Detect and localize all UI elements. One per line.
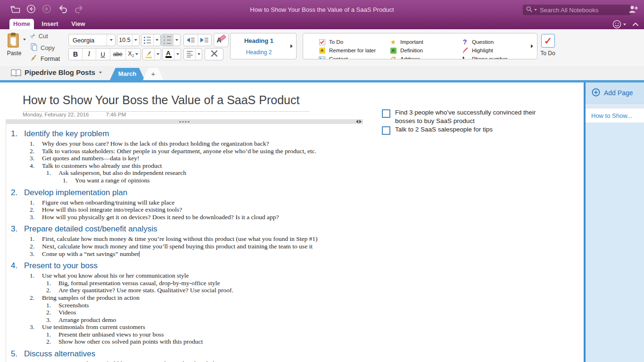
outline-item[interactable]: 1.Want your boss to feel like you’re giv… (46, 360, 363, 362)
outline-item-text: How will you physically get it on device… (42, 214, 279, 221)
page-canvas[interactable]: How to Show Your Boss the Value of a Saa… (0, 82, 584, 362)
outline-item-text: Talk to various stakeholders: Other peop… (42, 148, 316, 155)
outline-item[interactable]: 1.Why does your boss care? How is the la… (30, 140, 363, 148)
outline-item[interactable]: 3.Use testimonials from current customer… (30, 323, 363, 331)
highlight-caret-icon[interactable] (154, 49, 161, 60)
notebook-switcher[interactable]: Pipedrive Blog Posts (25, 68, 102, 76)
outline-item[interactable]: 1.Big, formal presentation versus casual… (46, 280, 363, 287)
remember-highlight-icon: A (319, 47, 325, 54)
outline-item[interactable]: 2.How will this tool integrate into/repl… (30, 206, 363, 214)
tab-insert[interactable]: Insert (38, 19, 62, 29)
paragraph-alignment-button[interactable] (183, 48, 202, 60)
todo-tag-button[interactable]: ✓ (541, 34, 555, 48)
alignment-caret-icon[interactable] (195, 49, 202, 60)
delete-button[interactable] (205, 48, 223, 60)
outline-item[interactable]: 3.How will you physically get it on devi… (30, 214, 363, 221)
tag-address[interactable]: Address (390, 56, 420, 59)
page-list-item-selected[interactable]: How to Show... (586, 108, 644, 123)
outline-item[interactable]: 2.Next, calculate how much money and tim… (30, 243, 363, 250)
outline-item[interactable]: 2.Are they quantitative? Use more stats.… (46, 287, 363, 294)
add-section-tab[interactable]: + (143, 68, 164, 80)
paste-button[interactable]: Paste (2, 50, 26, 57)
search-scope-caret-icon[interactable] (534, 9, 537, 11)
section-tab-march[interactable]: March (110, 68, 145, 80)
styles-expand-icon[interactable] (290, 44, 293, 48)
subscript-caret-icon[interactable] (135, 53, 138, 55)
bullets-button[interactable] (141, 34, 161, 46)
side-note-container[interactable]: Find 3 people who've successfully convin… (382, 108, 537, 135)
outline-item-number: 2. (46, 309, 58, 316)
tag-remember[interactable]: A Remember for later (319, 47, 376, 54)
outline-item[interactable]: 1.Screenshots (46, 302, 363, 309)
todo-checkbox[interactable] (382, 109, 390, 118)
outline-section-heading[interactable]: 2.Develop implementation plan (6, 188, 363, 197)
tag-contact[interactable]: Contact (319, 56, 348, 59)
font-size-caret-icon[interactable] (132, 34, 139, 46)
underline-button[interactable]: U (96, 49, 110, 60)
outline-item[interactable]: 2.Talk to various stakeholders: Other pe… (30, 148, 363, 155)
subscript-button[interactable]: X2 (125, 49, 140, 60)
font-name-select[interactable]: Georgia (68, 34, 116, 46)
font-color-caret-icon[interactable] (174, 49, 181, 60)
strikethrough-button[interactable]: abe (110, 49, 125, 60)
outline-item[interactable]: 1.First, calculate how much money & time… (30, 235, 363, 243)
outline-item[interactable]: 3.Come up with a “net savings” number (30, 250, 363, 258)
tag-definition[interactable]: A Definition (390, 47, 423, 54)
clear-formatting-button[interactable]: A (214, 33, 229, 47)
search-input[interactable] (539, 6, 616, 14)
tag-important[interactable]: ★ Important (390, 39, 423, 45)
outdent-button[interactable] (184, 34, 198, 46)
font-color-button[interactable]: A (162, 48, 181, 60)
feedback-smiley-icon[interactable] (612, 20, 626, 29)
todo-checkbox[interactable] (382, 126, 390, 135)
outline-section-heading[interactable]: 4.Present to your boss (6, 261, 363, 271)
outline-item[interactable]: 1.Ask salesperson, but also do independe… (46, 169, 363, 177)
todo-item[interactable]: Talk to 2 SaaS salespeople for tips (382, 125, 537, 135)
tag-highlight[interactable]: Highlight (462, 47, 493, 54)
outline-item[interactable]: 1.Use what you know about his or her com… (30, 272, 363, 280)
note-container-move-handle[interactable] (6, 119, 363, 124)
tag-phone[interactable]: Phone number (462, 56, 507, 59)
todo-item[interactable]: Find 3 people who've successfully convin… (382, 108, 537, 125)
cut-button[interactable]: ✂ Cut (30, 32, 48, 40)
outline-section-heading[interactable]: 1.Identify the key problem (6, 129, 363, 139)
copy-button[interactable]: Copy (30, 43, 55, 52)
tab-view[interactable]: View (68, 19, 89, 29)
outline-item[interactable]: 2.Bring samples of the product in action (30, 294, 363, 302)
numbering-button[interactable]: 1 2 3 (161, 34, 181, 46)
add-page-button[interactable]: Add Page (586, 82, 644, 104)
numbering-caret-icon[interactable] (173, 34, 180, 46)
collapse-ribbon-icon[interactable] (632, 20, 639, 29)
page-title[interactable]: How to Show Your Boss the Value of a Saa… (23, 93, 309, 112)
outline-item[interactable]: 1.Present their unbiased views to your b… (46, 331, 363, 338)
tag-todo[interactable]: To Do (319, 39, 343, 45)
outline-item[interactable]: 4.Talk to customers who already use this… (30, 162, 363, 170)
italic-button[interactable]: I (82, 49, 95, 60)
style-heading1[interactable]: Heading 1 (231, 37, 287, 44)
outline-item[interactable]: 2.Videos (46, 309, 363, 316)
outline-section-heading[interactable]: 5.Discuss alternatives (6, 349, 363, 359)
note-container[interactable]: 1.Identify the key problem1.Why does you… (6, 119, 363, 362)
outline-item[interactable]: 2.Show how other cos solved pain points … (46, 338, 363, 346)
highlight-button[interactable] (142, 48, 161, 60)
bold-button[interactable]: B (69, 49, 82, 60)
search-box[interactable] (522, 4, 631, 16)
tags-expand-icon[interactable] (531, 44, 533, 48)
share-add-person-icon[interactable] (628, 5, 638, 16)
font-size-select[interactable]: 10.5 (117, 34, 140, 46)
outline-item[interactable]: 3.Get quotes and numbers—data is key! (30, 155, 363, 162)
outline-resize-handle[interactable] (356, 120, 362, 123)
font-name-caret-icon[interactable] (107, 34, 115, 46)
style-heading2[interactable]: Heading 2 (231, 49, 287, 56)
outline-section-heading[interactable]: 3.Prepare detailed cost/benefit analysis (6, 224, 363, 234)
outline-item[interactable]: 3.Arrange product demo (46, 316, 363, 324)
paste-clipboard-icon[interactable] (6, 32, 21, 50)
outline-item[interactable]: 1.You want a range of opinions (63, 177, 363, 184)
tag-question[interactable]: ? Question (462, 39, 494, 45)
outline-item[interactable]: 1.Figure out when onboarding/training wi… (30, 199, 363, 206)
paste-dropdown-caret-icon[interactable] (23, 39, 26, 41)
tab-home[interactable]: Home (9, 19, 34, 29)
format-painter-button[interactable]: Format (29, 54, 60, 64)
indent-button[interactable] (198, 34, 212, 46)
bullets-caret-icon[interactable] (153, 34, 160, 46)
